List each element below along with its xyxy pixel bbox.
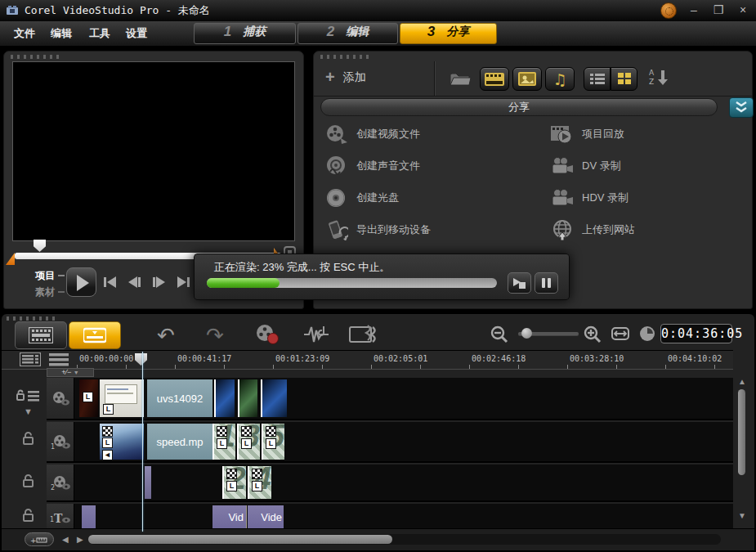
- add-remove-track-button[interactable]: +∕− ▼: [47, 368, 94, 377]
- grid-view-button[interactable]: [611, 67, 637, 91]
- redo-button[interactable]: ↷: [206, 325, 224, 346]
- duration-clock-button[interactable]: [639, 325, 655, 342]
- svg-text:+: +: [30, 536, 37, 544]
- option-hdv-record[interactable]: HDV 录制: [551, 187, 742, 209]
- fit-timeline-button[interactable]: [611, 327, 629, 340]
- scroll-down-button[interactable]: ▼: [738, 512, 746, 520]
- track-lock-icon[interactable]: [23, 432, 34, 445]
- countdown-clip[interactable]: 5 L: [262, 424, 284, 460]
- end-button[interactable]: [172, 272, 194, 292]
- track-lock-icon[interactable]: [23, 509, 34, 522]
- scroll-right-button[interactable]: ▶: [77, 536, 83, 544]
- countdown-clip[interactable]: 4 L: [248, 466, 271, 499]
- preview-toggle-button[interactable]: [508, 272, 531, 294]
- play-button[interactable]: [66, 267, 96, 297]
- vertical-scrollbar-thumb[interactable]: [738, 389, 745, 475]
- option-dv-record[interactable]: DV 录制: [551, 155, 742, 177]
- caret-down-icon: ▼: [74, 370, 79, 375]
- registration-badge-icon[interactable]: [660, 2, 677, 19]
- video-clip-thumbnail[interactable]: [214, 379, 235, 417]
- title-clip[interactable]: Vid: [212, 505, 247, 529]
- option-project-playback[interactable]: 项目回放: [551, 123, 742, 145]
- pause-button[interactable]: [535, 272, 558, 294]
- scroll-left-button[interactable]: ◀: [62, 536, 69, 544]
- home-button[interactable]: [99, 272, 120, 292]
- zoom-in-button[interactable]: [584, 325, 602, 343]
- overlay-track-2-header[interactable]: 2: [47, 464, 74, 500]
- minimize-button[interactable]: –: [683, 1, 705, 19]
- list-view-button[interactable]: [584, 67, 611, 91]
- video-clip-thumbnail[interactable]: [261, 379, 287, 417]
- timeline-view-button[interactable]: [69, 321, 121, 349]
- gallery-header[interactable]: 分享: [320, 98, 718, 116]
- video-clip-thumbnail[interactable]: [238, 379, 257, 417]
- trim-start-handle[interactable]: [6, 253, 15, 265]
- track-view-button[interactable]: [49, 352, 69, 366]
- close-button[interactable]: ×: [732, 1, 754, 19]
- scrubber-playhead[interactable]: [34, 240, 46, 252]
- horizontal-scrollbar-thumb[interactable]: [88, 535, 392, 544]
- prev-frame-button[interactable]: [123, 272, 145, 292]
- ruler-playhead-marker[interactable]: [135, 353, 147, 366]
- option-create-audio[interactable]: 创建声音文件: [325, 155, 551, 177]
- track-lock-icon[interactable]: [23, 474, 34, 487]
- filter-video-button[interactable]: [480, 67, 509, 91]
- option-export-mobile[interactable]: 导出到移动设备: [325, 219, 551, 240]
- clip-mode-button[interactable]: 素材: [35, 285, 55, 299]
- video-clip[interactable]: uvs14092: [147, 379, 212, 417]
- overlay-track-1-header[interactable]: 1: [47, 422, 74, 461]
- ripple-edit-all-icon[interactable]: [16, 389, 41, 402]
- option-create-disc[interactable]: 创建光盘: [325, 187, 551, 209]
- filter-image-button[interactable]: [512, 67, 542, 91]
- option-create-video[interactable]: 创建视频文件: [325, 123, 551, 145]
- menu-file[interactable]: 文件: [14, 21, 35, 46]
- title-track-icon: 1T: [50, 511, 71, 524]
- browse-folder-button[interactable]: [449, 70, 472, 88]
- playhead-line[interactable]: [142, 352, 143, 532]
- timecode-display: 0:04:36:05: [660, 324, 732, 343]
- sort-button[interactable]: AZ: [649, 68, 670, 86]
- video-track-header[interactable]: [47, 378, 74, 419]
- add-button[interactable]: + 添加: [325, 68, 366, 87]
- undo-button[interactable]: ↶: [157, 325, 175, 346]
- collapse-tracks-chevron[interactable]: ▼: [24, 407, 33, 416]
- auto-music-button[interactable]: [348, 324, 378, 345]
- scroll-up-button[interactable]: ▲: [738, 378, 746, 386]
- overlay-track-1-icon: 1: [51, 433, 70, 450]
- svg-text:2: 2: [51, 484, 55, 491]
- filter-audio-button[interactable]: ♫: [545, 67, 575, 91]
- record-capture-button[interactable]: [253, 323, 281, 346]
- video-clip-thumbnail[interactable]: L: [100, 379, 144, 417]
- horizontal-scrollbar-track[interactable]: [88, 534, 721, 545]
- next-frame-button[interactable]: [148, 272, 169, 292]
- option-upload-web[interactable]: 上传到网站: [551, 219, 742, 240]
- maximize-button[interactable]: ❒: [708, 1, 729, 19]
- menu-edit[interactable]: 编辑: [51, 21, 72, 46]
- project-mode-button[interactable]: 项目: [35, 269, 55, 283]
- countdown-clip[interactable]: 2 L: [222, 466, 246, 499]
- menu-tools[interactable]: 工具: [89, 21, 110, 46]
- zoom-out-button[interactable]: [490, 325, 508, 343]
- overlay-clip-small[interactable]: [145, 466, 151, 499]
- title-clip-small[interactable]: [82, 505, 96, 529]
- tab-share[interactable]: 3分享: [400, 23, 497, 44]
- transition-badge: [266, 426, 276, 437]
- fade-badge: L: [226, 481, 237, 491]
- tab-capture[interactable]: 1捕获: [194, 23, 296, 44]
- countdown-clip[interactable]: 3 L: [237, 424, 260, 460]
- overlay-clip-thumbnail[interactable]: L ◄: [100, 424, 144, 460]
- storyboard-view-button[interactable]: [15, 321, 67, 349]
- zoom-slider[interactable]: [518, 332, 579, 335]
- collapse-panel-button[interactable]: [729, 97, 754, 118]
- menu-settings[interactable]: 设置: [126, 21, 147, 46]
- home-icon: [107, 276, 116, 288]
- title-clip[interactable]: Vide: [248, 505, 284, 529]
- title-track-header[interactable]: 1T: [47, 504, 74, 531]
- countdown-clip[interactable]: 1 L: [212, 424, 235, 460]
- sound-mixer-button[interactable]: [302, 324, 330, 345]
- track-manager-button[interactable]: [20, 352, 41, 366]
- tab-edit[interactable]: 2编辑: [297, 23, 398, 44]
- overlay-clip[interactable]: speed.mp: [147, 424, 212, 460]
- chapter-point-button[interactable]: +: [25, 532, 54, 546]
- zoom-slider-knob[interactable]: [521, 328, 532, 339]
